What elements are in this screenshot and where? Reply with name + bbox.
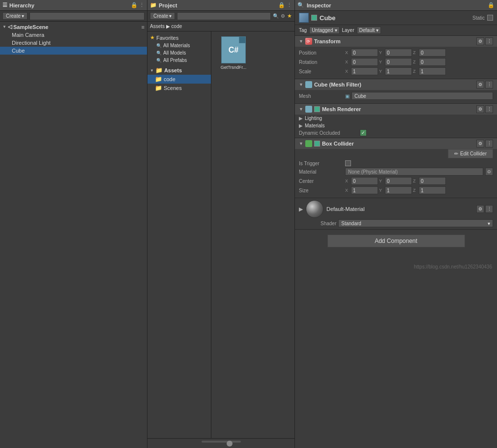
scale-z-label: Z <box>413 69 418 74</box>
size-x-input[interactable] <box>351 186 378 194</box>
dynamic-occluded-checkbox[interactable]: ✓ <box>360 129 367 136</box>
material-overflow-btn[interactable]: ⋮ <box>485 205 493 213</box>
center-z-input[interactable] <box>419 177 446 185</box>
collider-material-picker[interactable]: ⊙ <box>485 168 493 176</box>
scale-y-input[interactable] <box>385 67 412 75</box>
project-header: 📁 Project 🔒 ⋮ <box>147 0 294 11</box>
breadcrumb: Assets ▶ code <box>147 22 294 31</box>
assets-label: Assets <box>164 67 182 73</box>
size-z-label: Z <box>413 188 418 193</box>
project-lock-icon[interactable]: 🔒 <box>278 2 285 8</box>
settings-icon[interactable]: ⚙ <box>281 13 285 19</box>
project-title-label: Project <box>159 2 177 8</box>
center-x-input[interactable] <box>351 177 378 185</box>
create-dropdown-arrow: ▾ <box>169 13 172 19</box>
layer-dropdown[interactable]: Default ▾ <box>357 27 381 34</box>
rotation-x-input[interactable] <box>351 58 378 66</box>
shader-dropdown[interactable]: Standard ▾ <box>338 219 493 227</box>
mesh-renderer-buttons: ⚙ ⋮ <box>476 105 493 113</box>
size-z-input[interactable] <box>419 186 446 194</box>
mesh-renderer-checkbox[interactable] <box>314 106 320 112</box>
size-y-input[interactable] <box>385 186 412 194</box>
mesh-filter-buttons: ⚙ ⋮ <box>476 81 493 89</box>
mesh-filter-settings-btn[interactable]: ⚙ <box>476 81 484 89</box>
project-files: C# GetTrsndFr... <box>211 31 294 438</box>
transform-settings-btn[interactable]: ⚙ <box>476 37 484 45</box>
project-create-button[interactable]: Create ▾ <box>150 12 175 20</box>
project-search-input[interactable] <box>177 12 271 20</box>
scale-x-input[interactable] <box>351 67 378 75</box>
zoom-slider[interactable] <box>202 441 241 443</box>
lock-icon[interactable]: 🔒 <box>131 2 138 8</box>
mesh-filter-arrow: ▼ <box>299 82 303 87</box>
favorites-item-all-materials[interactable]: 🔍 All Materials <box>147 42 211 49</box>
material-settings-btn[interactable]: ⚙ <box>476 205 484 213</box>
mesh-renderer-settings-btn[interactable]: ⚙ <box>476 105 484 113</box>
mesh-filter-header[interactable]: ▼ Cube (Mesh Filter) ⚙ ⋮ <box>295 79 497 90</box>
object-active-checkbox[interactable] <box>311 15 317 21</box>
box-collider-settings-btn[interactable]: ⚙ <box>476 140 484 148</box>
hierarchy-header-buttons: 🔒 ⋮ <box>131 2 145 8</box>
project-more-icon[interactable]: ⋮ <box>287 2 292 8</box>
assets-header[interactable]: ▼ 📁 Assets <box>147 66 211 75</box>
size-row: Size X Y Z <box>299 186 493 194</box>
hierarchy-item-main-camera[interactable]: Main Camera <box>0 31 147 39</box>
material-name-label: Default-Material <box>326 206 365 212</box>
materials-row[interactable]: ▶ Materials <box>295 122 497 129</box>
layer-label: Layer <box>342 28 354 33</box>
more-icon[interactable]: ⋮ <box>139 2 145 8</box>
object-name-label: Cube <box>320 14 470 22</box>
hierarchy-item-directional-light[interactable]: Directional Light <box>0 39 147 47</box>
mesh-row: Mesh ▣ Cube <box>299 92 493 100</box>
edit-collider-button[interactable]: ✏ Edit Collider <box>448 149 493 158</box>
fav-item-label: All Prefabs <box>163 58 187 63</box>
add-component-button[interactable]: Add Component <box>327 235 465 247</box>
transform-header[interactable]: ▼ ⟳ Transform ⚙ ⋮ <box>295 36 497 47</box>
materials-expand-arrow: ▶ <box>299 123 303 128</box>
collider-material-text: None (Physic Material) <box>348 169 398 175</box>
tag-dropdown[interactable]: Untagged ▾ <box>309 27 339 34</box>
rotation-y-input[interactable] <box>385 58 412 66</box>
mesh-filter-overflow-btn[interactable]: ⋮ <box>485 81 493 89</box>
slider-thumb[interactable] <box>227 441 233 447</box>
static-checkbox[interactable] <box>487 15 493 21</box>
favorites-item-all-prefabs[interactable]: 🔍 All Prefabs <box>147 57 211 64</box>
center-y-input[interactable] <box>385 177 412 185</box>
create-dropdown-icon: ▾ <box>22 13 24 19</box>
project-header-buttons: 🔒 ⋮ <box>278 2 292 8</box>
position-row: Position X Y Z <box>299 49 493 57</box>
mesh-renderer-header[interactable]: ▼ Mesh Renderer ⚙ ⋮ <box>295 104 497 115</box>
position-y-input[interactable] <box>385 49 412 57</box>
asset-folder-code[interactable]: 📁 code <box>147 75 211 84</box>
favorites-header[interactable]: ★ Favorites <box>147 33 211 42</box>
scale-z-input[interactable] <box>419 67 446 75</box>
inspector-title-label: Inspector <box>307 2 331 8</box>
rotation-z-input[interactable] <box>419 58 446 66</box>
transform-overflow-btn[interactable]: ⋮ <box>485 37 493 45</box>
scene-root-item[interactable]: ▼ ◁ SampleScene ≡ <box>0 23 147 31</box>
hierarchy-search-input[interactable] <box>29 12 145 20</box>
favorites-item-all-models[interactable]: 🔍 All Models <box>147 49 211 57</box>
position-x-input[interactable] <box>351 49 378 57</box>
scale-x-label: X <box>345 69 350 74</box>
scene-menu-icon[interactable]: ≡ <box>142 24 145 30</box>
mesh-renderer-overflow-btn[interactable]: ⋮ <box>485 105 493 113</box>
hierarchy-create-button[interactable]: Create ▾ <box>2 12 28 20</box>
asset-folder-scenes[interactable]: 📁 Scenes <box>147 84 211 92</box>
mesh-renderer-arrow: ▼ <box>299 107 303 112</box>
inspector-lock-icon[interactable]: 🔒 <box>488 2 495 8</box>
box-collider-header[interactable]: ▼ Box Collider ⚙ ⋮ <box>295 138 497 149</box>
mesh-filter-title: Cube (Mesh Filter) <box>314 82 474 88</box>
position-z-input[interactable] <box>419 49 446 57</box>
create-label: Create <box>6 13 21 19</box>
material-expand-arrow[interactable]: ▶ <box>299 206 303 212</box>
hierarchy-item-cube[interactable]: Cube <box>0 47 147 55</box>
box-collider-checkbox[interactable] <box>314 141 320 147</box>
box-collider-overflow-btn[interactable]: ⋮ <box>485 140 493 148</box>
is-trigger-checkbox[interactable] <box>345 160 351 166</box>
lighting-row[interactable]: ▶ Lighting <box>295 115 497 122</box>
file-item-gettrsndfr[interactable]: C# GetTrsndFr... <box>214 34 253 72</box>
project-tree: ★ Favorites 🔍 All Materials 🔍 All Models… <box>147 31 211 438</box>
shader-row: Shader Standard ▾ <box>299 219 493 227</box>
dynamic-occluded-label: Dynamic Occluded <box>299 130 358 136</box>
